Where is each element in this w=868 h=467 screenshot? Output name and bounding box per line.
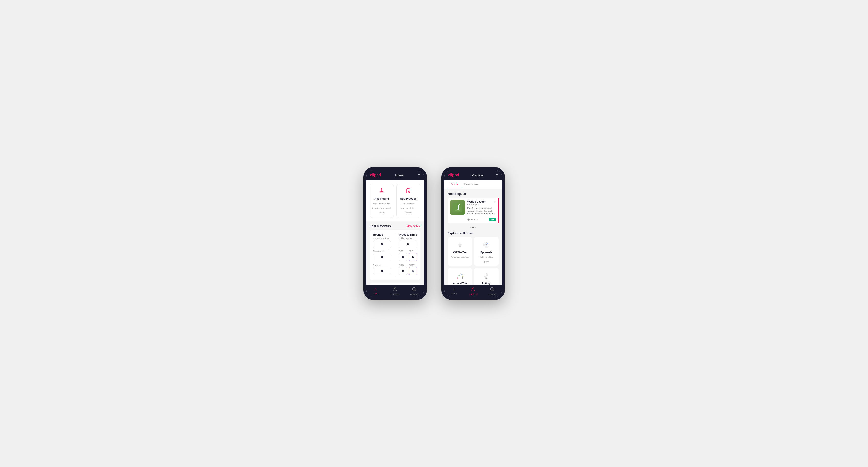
skill-card-off-the-tee[interactable]: Off The Tee Power and accuracy [448, 237, 472, 266]
bottom-nav-home: ⌂ Home Activities [366, 285, 424, 297]
drills-title: Practice Drills [399, 233, 417, 236]
rounds-col: Rounds Rounds Capture 0 Tournament 0 Pra… [373, 233, 391, 277]
putt-label: PUTT [409, 264, 417, 267]
carousel-dots [444, 225, 502, 229]
app-header-home: clippd Home ≡ [366, 170, 424, 180]
putt-value: 4 [409, 267, 417, 275]
add-round-card[interactable]: Add Round Record your shots in fast or e… [370, 184, 394, 218]
ott-label: OTT [399, 250, 407, 252]
svg-point-8 [468, 219, 469, 220]
explore-title: Explore skill areas [448, 231, 499, 235]
off-the-tee-icon [455, 240, 465, 250]
tab-favourites[interactable]: Favourites [461, 180, 482, 189]
drill-card-accent [498, 198, 499, 223]
menu-icon-2[interactable]: ≡ [496, 173, 498, 177]
drills-capture-value: 8 [399, 240, 417, 248]
add-practice-card[interactable]: Add Practice Capture your practice off-t… [396, 184, 421, 218]
svg-point-16 [486, 245, 487, 246]
nav-home-2[interactable]: ⌂ Home [444, 285, 464, 297]
drills-capture-label: Drills Capture [399, 237, 417, 240]
svg-point-2 [408, 191, 410, 192]
drill-name: Wedge Ladder [467, 200, 496, 203]
tournament-label: Tournament [373, 250, 391, 252]
home-screen-content: Add Round Record your shots in fast or e… [366, 180, 424, 285]
drill-card-wedge[interactable]: Wedge Ladder 50–100 yds Play 1 shot at e… [448, 198, 499, 223]
drill-info: Wedge Ladder 50–100 yds Play 1 shot at e… [467, 200, 496, 221]
add-practice-desc: Capture your practice off-the-course [401, 203, 416, 214]
add-practice-icon [399, 187, 418, 196]
skill-card-approach[interactable]: Approach Dial-in to hit the green [474, 237, 499, 266]
around-the-green-icon [455, 271, 465, 281]
approach-desc: Dial-in to hit the green [479, 256, 493, 262]
app-col: APP 4 [409, 250, 417, 262]
ott-app-row: OTT 0 APP 4 [399, 250, 417, 262]
svg-rect-5 [453, 203, 462, 212]
capture-nav-label: Capture [410, 293, 418, 295]
svg-point-15 [487, 243, 488, 244]
rounds-sub-row: Tournament 0 [373, 250, 391, 262]
practice-sub-row: Practice 0 [373, 264, 391, 277]
tournament-value: 0 [373, 253, 391, 261]
app-logo: clippd [370, 173, 381, 177]
app-drill-badge: APP [489, 218, 496, 221]
arg-label: ARG [399, 264, 407, 267]
bottom-nav-practice: ⌂ Home Activities [444, 285, 502, 297]
activities-nav-icon [393, 287, 397, 292]
drills-col: Practice Drills Drills Capture 8 OTT 0 A… [399, 233, 417, 277]
phone-2-screen: clippd Practice ≡ Drills Favourites Most… [444, 170, 502, 297]
drill-shots: 9 shots [467, 218, 478, 221]
tab-drills[interactable]: Drills [448, 180, 461, 189]
menu-icon[interactable]: ≡ [418, 173, 420, 177]
home-nav-icon-2: ⌂ [453, 287, 455, 292]
skill-card-around-the-green[interactable]: Around The Green Hone your short game [448, 268, 472, 285]
explore-section: Explore skill areas [444, 229, 502, 285]
ott-value: 0 [399, 253, 407, 261]
putting-icon [482, 271, 491, 281]
around-the-green-name: Around The Green [451, 282, 469, 285]
practice-label: Practice [373, 264, 391, 267]
approach-icon [482, 240, 491, 250]
app-header-practice: clippd Practice ≡ [444, 170, 502, 180]
skill-grid: Off The Tee Power and accuracy [448, 237, 499, 285]
stats-row: Rounds Rounds Capture 0 Tournament 0 Pra… [373, 233, 417, 277]
app-logo-2: clippd [448, 173, 459, 177]
drill-star-icon[interactable]: ☆ [493, 200, 496, 204]
svg-point-9 [459, 243, 461, 245]
home-nav-label-2: Home [451, 292, 457, 295]
nav-home[interactable]: ⌂ Home [366, 285, 385, 297]
svg-point-17 [457, 278, 458, 279]
most-popular-section: Most Popular [444, 189, 502, 225]
last-3-months-title: Last 3 Months [370, 224, 391, 228]
ott-col: OTT 0 [399, 250, 407, 262]
svg-point-18 [458, 275, 460, 276]
nav-capture-2[interactable]: Capture [483, 285, 502, 297]
nav-activities-2[interactable]: Activities [463, 285, 483, 297]
phone-1-screen: clippd Home ≡ Add Round [366, 170, 424, 297]
svg-point-25 [486, 278, 487, 279]
drill-card-wrapper: Wedge Ladder 50–100 yds Play 1 shot at e… [448, 198, 499, 223]
tournament-col: Tournament 0 [373, 250, 391, 262]
add-round-icon [372, 187, 391, 196]
view-activity-link[interactable]: View Activity [407, 225, 420, 227]
capture-nav-icon-2 [490, 287, 494, 292]
svg-point-3 [394, 288, 396, 289]
my-golf-bag[interactable]: My Golf Bag › [370, 283, 421, 285]
capture-nav-label-2: Capture [488, 293, 496, 295]
rounds-capture-value: 0 [373, 240, 391, 248]
phone-2: clippd Practice ≡ Drills Favourites Most… [441, 167, 505, 300]
putting-name: Putting [477, 282, 496, 285]
putt-col: PUTT 4 [409, 264, 417, 277]
dot-0 [470, 227, 471, 228]
nav-activities[interactable]: Activities [385, 285, 405, 297]
most-popular-title: Most Popular [448, 192, 499, 196]
arg-col: ARG 0 [399, 264, 407, 277]
dot-2 [475, 227, 476, 228]
add-round-desc: Record your shots in fast or enhanced mo… [372, 203, 391, 214]
practice-screen-content: Most Popular [444, 189, 502, 285]
approach-name: Approach [477, 251, 496, 254]
skill-card-putting[interactable]: Putting Make and lag practice [474, 268, 499, 285]
activities-nav-label-2: Activities [469, 293, 477, 295]
app-label: APP [409, 250, 417, 252]
practice-value: 0 [373, 267, 391, 275]
nav-capture[interactable]: Capture [405, 285, 424, 297]
